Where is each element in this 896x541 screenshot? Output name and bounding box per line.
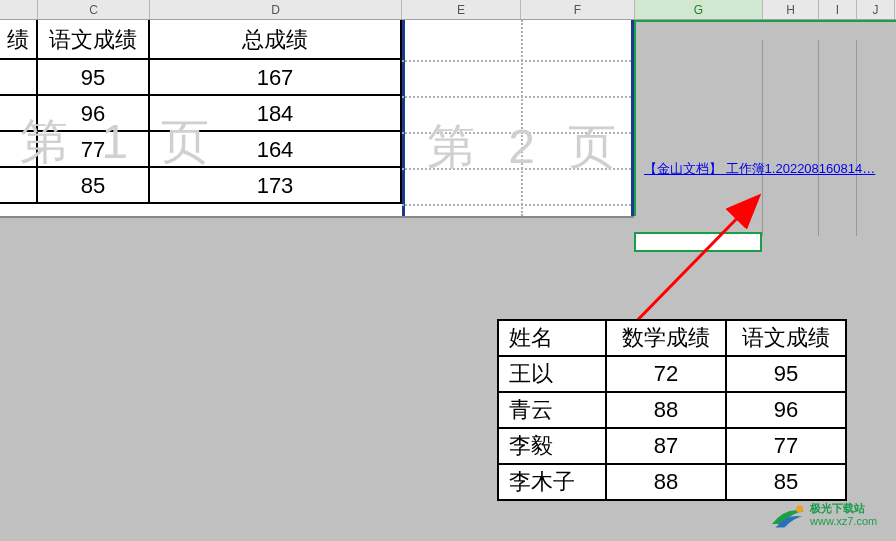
td-name: 青云 <box>498 392 606 428</box>
table-row: 王以 72 95 <box>498 356 846 392</box>
site-branding: 极光下载站 www.xz7.com <box>770 495 890 535</box>
col-header-e[interactable]: E <box>402 0 521 19</box>
col-header-c[interactable]: C <box>38 0 150 19</box>
cell-d2[interactable]: 167 <box>150 60 402 96</box>
brand-url: www.xz7.com <box>810 515 877 528</box>
col-header-i[interactable]: I <box>819 0 857 19</box>
td-chinese: 96 <box>726 392 846 428</box>
gridline-h <box>402 168 634 170</box>
cell-c-header[interactable]: 语文成绩 <box>38 20 150 60</box>
gridline-h <box>402 60 634 62</box>
cell-d5[interactable]: 173 <box>150 168 402 204</box>
cell-d3[interactable]: 184 <box>150 96 402 132</box>
selection-border-top <box>634 20 896 22</box>
th-math: 数学成绩 <box>606 320 726 356</box>
table-row: 青云 88 96 <box>498 392 846 428</box>
cell-c5[interactable]: 85 <box>38 168 150 204</box>
page-break-region <box>402 20 634 216</box>
cell-d4[interactable]: 164 <box>150 132 402 168</box>
col-header-partial[interactable] <box>0 0 38 19</box>
td-math: 88 <box>606 464 726 500</box>
th-chinese: 语文成绩 <box>726 320 846 356</box>
table-row: 李毅 87 77 <box>498 428 846 464</box>
col-header-f[interactable]: F <box>521 0 635 19</box>
td-chinese: 95 <box>726 356 846 392</box>
th-name: 姓名 <box>498 320 606 356</box>
col-header-j[interactable]: J <box>857 0 895 19</box>
td-math: 72 <box>606 356 726 392</box>
cell-d-header[interactable]: 总成绩 <box>150 20 402 60</box>
gridline-h <box>402 96 634 98</box>
document-hyperlink[interactable]: 【金山文档】 工作簿1.202208160814… <box>644 160 875 178</box>
gridline-h <box>402 132 634 134</box>
cell-b5[interactable] <box>0 168 38 204</box>
cell-c2[interactable]: 95 <box>38 60 150 96</box>
td-math: 88 <box>606 392 726 428</box>
inset-data-table: 姓名 数学成绩 语文成绩 王以 72 95 青云 88 96 李毅 87 77 … <box>497 319 847 501</box>
table-header-row: 姓名 数学成绩 语文成绩 <box>498 320 846 356</box>
main-data-region: 绩 语文成绩 95 96 77 85 总成绩 167 184 164 173 <box>0 20 402 204</box>
cell-b3[interactable] <box>0 96 38 132</box>
td-math: 87 <box>606 428 726 464</box>
brand-name: 极光下载站 <box>810 502 877 515</box>
gridline-v <box>521 20 523 216</box>
svg-point-2 <box>796 505 803 512</box>
td-name: 李木子 <box>498 464 606 500</box>
spreadsheet-grid[interactable]: 绩 语文成绩 95 96 77 85 总成绩 167 184 164 173 <box>0 20 896 216</box>
gridline-h <box>402 204 634 206</box>
grid-bottom-line <box>0 216 634 218</box>
cell-b4[interactable] <box>0 132 38 168</box>
cell-b-header[interactable]: 绩 <box>0 20 38 60</box>
td-name: 李毅 <box>498 428 606 464</box>
active-cell-selection[interactable] <box>634 232 762 252</box>
col-header-d[interactable]: D <box>150 0 402 19</box>
cell-c4[interactable]: 77 <box>38 132 150 168</box>
col-header-h[interactable]: H <box>763 0 819 19</box>
logo-swoosh-icon <box>770 499 806 531</box>
cell-c3[interactable]: 96 <box>38 96 150 132</box>
td-name: 王以 <box>498 356 606 392</box>
grid-lines-overlay <box>634 40 896 236</box>
column-header-row: C D E F G H I J <box>0 0 896 20</box>
page-break-line-left[interactable] <box>402 20 405 216</box>
col-header-g[interactable]: G <box>635 0 763 19</box>
cell-b2[interactable] <box>0 60 38 96</box>
td-chinese: 77 <box>726 428 846 464</box>
